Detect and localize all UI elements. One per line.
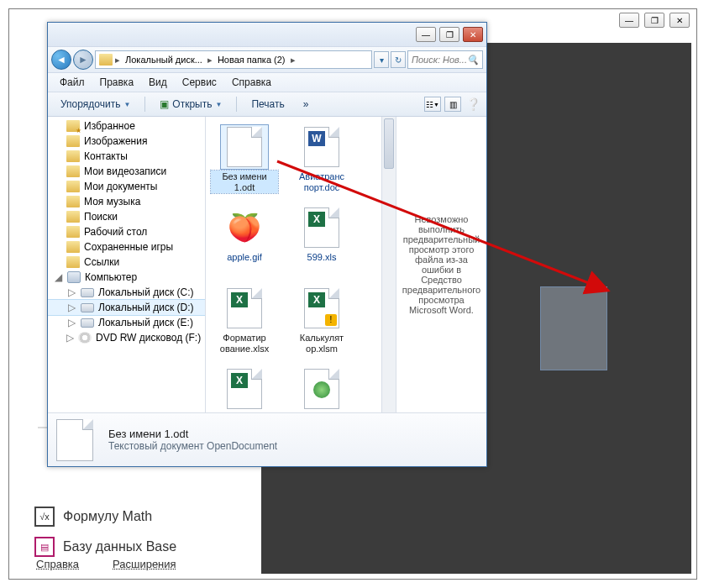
bg-minimize-button[interactable]: — — [619, 13, 639, 28]
image-thumbnail: 🍑 — [225, 209, 264, 246]
file-label: 599.xls — [305, 251, 339, 264]
breadcrumb-dropdown[interactable]: ▾ — [374, 51, 389, 68]
open-button[interactable]: ▣Открыть▼ — [152, 95, 229, 113]
menu-tools[interactable]: Сервис — [176, 75, 223, 90]
refresh-button[interactable]: ↻ — [391, 51, 406, 68]
preview-pane-button[interactable]: ▥ — [444, 97, 461, 112]
folder-icon — [66, 150, 80, 162]
tree-contacts[interactable]: Контакты — [84, 150, 128, 162]
bg-close-button[interactable]: ✕ — [669, 13, 690, 28]
chevron-down-icon: ▼ — [123, 101, 130, 108]
chevron-right-icon[interactable]: ▸ — [114, 55, 121, 66]
file-item-html[interactable]: 599.html — [286, 365, 357, 412]
explorer-titlebar: — ❐ ✕ — [48, 23, 486, 46]
tree-favorites[interactable]: Избранное — [84, 120, 135, 132]
menubar: Файл Правка Вид Сервис Справка — [48, 73, 486, 92]
preview-error-text: Невозможно выполнить предварительный про… — [402, 214, 481, 315]
folder-icon — [66, 241, 80, 253]
tree-music[interactable]: Моя музыка — [84, 196, 140, 207]
folder-icon — [66, 181, 80, 192]
nav-back-button[interactable]: ◄ — [51, 50, 71, 70]
view-mode-button[interactable]: ☷▼ — [424, 97, 441, 112]
file-label: Форматир ование.xlsx — [211, 332, 278, 354]
file-item-xlsx[interactable]: Форматир ование.xlsx — [209, 285, 280, 360]
chevron-down-icon: ▼ — [215, 101, 222, 108]
tree-disk-d[interactable]: Локальный диск (D:) — [98, 302, 194, 313]
bg-maximize-button[interactable]: ❐ — [644, 13, 664, 28]
menu-view[interactable]: Вид — [142, 75, 174, 90]
menu-file[interactable]: Файл — [53, 75, 92, 90]
minimize-button[interactable]: — — [416, 27, 436, 42]
search-input[interactable]: Поиск: Нов... 🔍 — [407, 50, 483, 69]
file-item-gif[interactable]: 🍑 apple.gif — [209, 204, 280, 280]
favorites-icon — [66, 120, 80, 132]
tree-documents[interactable]: Мои документы — [84, 181, 157, 192]
dvd-icon — [78, 332, 92, 344]
file-item-xls[interactable]: 599.xls — [286, 204, 357, 280]
more-button[interactable]: » — [296, 95, 317, 113]
folder-icon — [66, 226, 80, 238]
file-item-odt[interactable]: Без имени 1.odt — [209, 123, 280, 199]
maximize-button[interactable]: ❐ — [439, 27, 459, 42]
expand-icon[interactable]: ◢ — [53, 271, 63, 283]
search-placeholder: Поиск: Нов... — [412, 55, 467, 65]
search-icon: 🔍 — [467, 55, 479, 66]
tree-computer[interactable]: Компьютер — [85, 271, 137, 283]
file-item-xlsm[interactable]: ! Калькулят ор.xlsm — [286, 285, 357, 360]
drive-icon — [81, 288, 94, 297]
file-list[interactable]: Без имени 1.odt Авиатранс порт.doc 🍑 app… — [206, 117, 381, 412]
scrollbar-handle[interactable] — [384, 118, 394, 169]
tree-disk-c[interactable]: Локальный диск (C:) — [98, 286, 194, 298]
chevron-right-icon[interactable]: ▸ — [207, 55, 213, 66]
excel-macro-icon: ! — [304, 288, 339, 328]
nav-forward-button[interactable]: ► — [73, 50, 93, 70]
folder-icon — [66, 256, 80, 268]
computer-icon — [67, 271, 81, 283]
file-label: apple.gif — [224, 251, 265, 264]
expand-icon[interactable]: ▷ — [66, 317, 76, 328]
folder-icon — [66, 135, 80, 147]
tree-dvd[interactable]: DVD RW дисковод (F:) — [96, 332, 201, 344]
file-item-xlsx2[interactable]: 599.xlsx — [209, 365, 280, 412]
tree-links[interactable]: Ссылки — [84, 256, 119, 268]
create-math-item[interactable]: √x Формулу Math — [26, 501, 244, 532]
file-label: Калькулят ор.xlsm — [288, 332, 355, 354]
tree-saved-games[interactable]: Сохраненные игры — [84, 241, 173, 253]
organize-button[interactable]: Упорядочить▼ — [53, 95, 138, 113]
expand-icon[interactable]: ▷ — [66, 302, 76, 313]
chevron-right-icon[interactable]: ▸ — [290, 55, 297, 66]
folder-icon — [66, 165, 80, 177]
word-icon — [304, 127, 339, 167]
address-bar[interactable]: ▸ Локальный диск... ▸ Новая папка (2) ▸ — [95, 50, 372, 69]
drop-target-ghost — [540, 286, 607, 370]
tree-searches[interactable]: Поиски — [84, 211, 118, 223]
folder-icon — [99, 54, 113, 66]
tree-videos[interactable]: Мои видеозаписи — [84, 165, 166, 177]
breadcrumb-seg-1[interactable]: Локальный диск... — [123, 55, 205, 65]
folder-icon — [66, 211, 80, 223]
math-label: Формулу Math — [63, 509, 152, 524]
tree-pictures[interactable]: Изображения — [84, 135, 147, 147]
tree-disk-e[interactable]: Локальный диск (E:) — [98, 317, 193, 328]
expand-icon[interactable]: ▷ — [66, 332, 74, 344]
odt-icon — [227, 127, 262, 167]
menu-help[interactable]: Справка — [225, 75, 278, 90]
bg-extensions-link[interactable]: Расширения — [113, 558, 176, 570]
close-button[interactable]: ✕ — [463, 27, 483, 42]
toolbar: Упорядочить▼ ▣Открыть▼ Печать » ☷▼ ▥ ❔ — [48, 92, 486, 117]
file-item-doc[interactable]: Авиатранс порт.doc — [286, 123, 357, 199]
help-icon[interactable]: ❔ — [465, 97, 481, 112]
print-button[interactable]: Печать — [244, 95, 291, 113]
navigation-tree[interactable]: Избранное Изображения Контакты Мои видео… — [48, 117, 206, 412]
expand-icon[interactable]: ▷ — [66, 286, 76, 298]
tree-desktop[interactable]: Рабочий стол — [84, 226, 147, 238]
drive-icon — [81, 303, 94, 312]
drive-icon — [81, 318, 94, 328]
file-list-scrollbar[interactable] — [381, 117, 396, 412]
menu-edit[interactable]: Правка — [93, 75, 141, 90]
details-pane: Без имени 1.odt Текстовый документ OpenD… — [48, 412, 486, 466]
file-label: Без имени 1.odt — [211, 171, 278, 193]
details-file-name: Без имени 1.odt — [108, 428, 277, 440]
bg-help-link[interactable]: Справка — [36, 558, 79, 570]
breadcrumb-seg-2[interactable]: Новая папка (2) — [215, 55, 288, 65]
